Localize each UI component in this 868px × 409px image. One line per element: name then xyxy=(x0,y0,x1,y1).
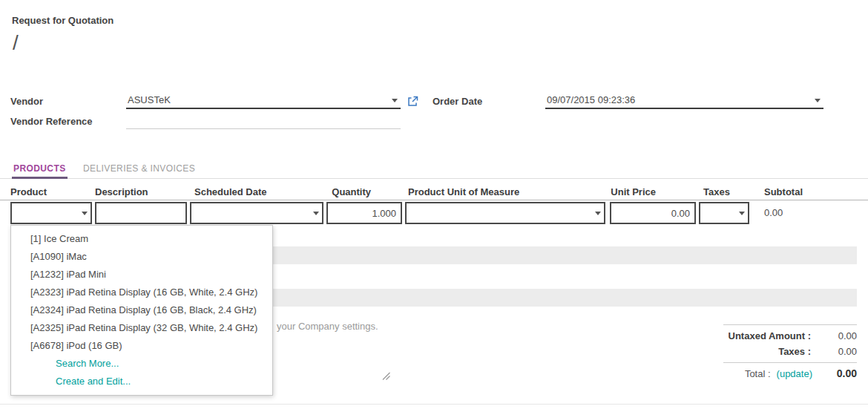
product-combo[interactable] xyxy=(10,202,92,224)
vendor-reference-input[interactable] xyxy=(126,113,401,128)
scheduled-date-input[interactable] xyxy=(191,203,322,223)
terms-hint-text: your Company settings. xyxy=(277,321,378,332)
external-link-icon[interactable] xyxy=(407,96,418,107)
total-row: Total : (update) 0.00 xyxy=(723,362,857,382)
create-and-edit-link[interactable]: Create and Edit... xyxy=(11,373,272,390)
vendor-label: Vendor xyxy=(10,96,43,107)
taxes-label: Taxes : xyxy=(723,346,818,357)
tab-bar: PRODUCTS DELIVERIES & INVOICES xyxy=(0,159,868,179)
taxes-row: Taxes : 0.00 xyxy=(723,344,857,359)
sheet-bottom-divider xyxy=(0,404,868,405)
untaxed-amount-label: Untaxed Amount : xyxy=(723,330,818,341)
total-label: Total : xyxy=(723,368,771,379)
textarea-resize-grip[interactable] xyxy=(381,370,391,381)
dropdown-item[interactable]: [A2323] iPad Retina Display (16 GB, Whit… xyxy=(11,284,272,301)
unit-price-input[interactable] xyxy=(611,203,694,223)
document-name: / xyxy=(13,31,19,55)
search-more-link[interactable]: Search More... xyxy=(11,355,272,373)
vendor-reference-label: Vendor Reference xyxy=(10,116,93,127)
column-header-unit-price: Unit Price xyxy=(586,186,656,197)
chevron-down-icon[interactable] xyxy=(82,212,88,215)
vendor-input[interactable] xyxy=(126,94,401,108)
product-autocomplete-dropdown: [1] Ice Cream [A1090] iMac [A1232] iPad … xyxy=(10,225,273,396)
description-field[interactable] xyxy=(95,202,187,224)
quantity-input[interactable] xyxy=(328,203,401,223)
taxes-combo[interactable] xyxy=(699,202,749,224)
taxes-value: 0.00 xyxy=(818,346,857,357)
update-total-link[interactable]: (update) xyxy=(777,368,812,379)
untaxed-amount-row: Untaxed Amount : 0.00 xyxy=(723,328,857,344)
tab-deliveries-invoices[interactable]: DELIVERIES & INVOICES xyxy=(83,159,195,179)
column-header-product: Product xyxy=(10,186,85,197)
column-header-scheduled-date: Scheduled Date xyxy=(194,186,313,197)
column-header-subtotal: Subtotal xyxy=(764,186,823,197)
unit-price-field[interactable] xyxy=(610,202,696,224)
subtotal-value: 0.00 xyxy=(764,207,783,218)
total-value: 0.00 xyxy=(818,367,857,379)
dropdown-item[interactable]: [1] Ice Cream xyxy=(11,230,272,248)
column-header-uom: Product Unit of Measure xyxy=(408,186,571,197)
chevron-down-icon[interactable] xyxy=(815,99,821,102)
vendor-reference-field[interactable] xyxy=(126,113,401,129)
untaxed-amount-value: 0.00 xyxy=(818,330,857,341)
dropdown-item[interactable]: [A2324] iPad Retina Display (16 GB, Blac… xyxy=(11,301,272,319)
uom-input[interactable] xyxy=(407,203,604,223)
order-date-input[interactable] xyxy=(545,94,823,108)
description-input[interactable] xyxy=(96,203,185,223)
tab-products[interactable]: PRODUCTS xyxy=(12,159,68,179)
dropdown-item[interactable]: [A6678] iPod (16 GB) xyxy=(11,337,272,355)
column-header-description: Description xyxy=(95,186,191,197)
quantity-field[interactable] xyxy=(326,202,402,224)
order-date-label: Order Date xyxy=(433,96,482,107)
chevron-down-icon[interactable] xyxy=(313,212,319,215)
totals-panel: Untaxed Amount : 0.00 Taxes : 0.00 Total… xyxy=(723,324,857,382)
product-input[interactable] xyxy=(12,203,91,223)
dropdown-item[interactable]: [A1232] iPad Mini xyxy=(11,266,272,284)
scheduled-date-combo[interactable] xyxy=(190,202,323,224)
order-date-field[interactable] xyxy=(545,93,823,109)
dropdown-item[interactable]: [A1090] iMac xyxy=(11,248,272,266)
doc-type-label: Request for Quotation xyxy=(12,15,114,26)
chevron-down-icon[interactable] xyxy=(595,212,601,215)
uom-combo[interactable] xyxy=(405,202,605,224)
chevron-down-icon[interactable] xyxy=(739,212,745,215)
products-table-header: Product Description Scheduled Date Quant… xyxy=(0,185,868,200)
column-header-taxes: Taxes xyxy=(703,186,748,197)
vendor-field[interactable] xyxy=(126,93,401,109)
dropdown-item[interactable]: [A2325] iPad Retina Display (32 GB, Whit… xyxy=(11,319,272,337)
chevron-down-icon[interactable] xyxy=(392,99,398,102)
column-header-quantity: Quantity xyxy=(297,186,371,197)
